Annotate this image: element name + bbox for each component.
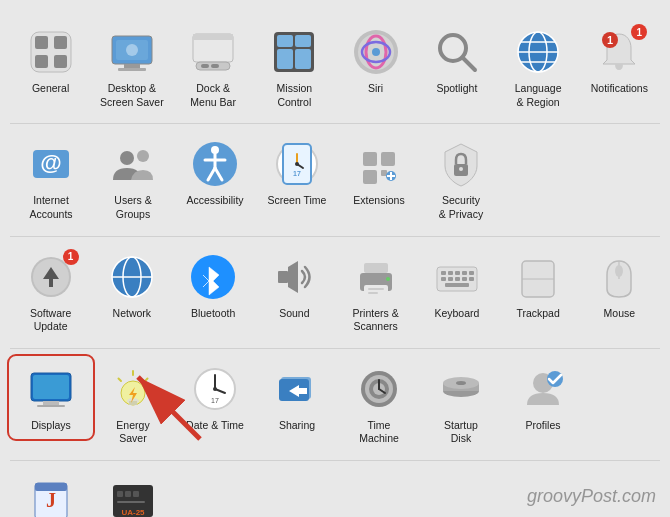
svg-rect-2 [35,55,48,68]
mouse-label: Mouse [604,307,636,321]
pref-item-bluetooth[interactable]: Bluetooth [173,245,254,327]
pref-item-sharing[interactable]: Sharing [256,357,338,439]
keyboard-icon [431,251,483,303]
svg-rect-8 [118,68,146,71]
svg-point-40 [137,150,149,162]
pref-item-notifications[interactable]: 1 1Notifications [579,20,660,102]
pref-item-time-machine[interactable]: TimeMachine [338,357,420,452]
sharing-icon [271,363,323,415]
pref-item-desktop-screen-saver[interactable]: Desktop &Screen Saver [91,20,172,115]
energy-saver-label: EnergySaver [116,419,149,446]
network-label: Network [113,307,152,321]
java-icon: J [25,475,77,517]
pref-item-internet-accounts[interactable]: @ InternetAccounts [10,132,92,227]
pref-item-trackpad[interactable]: Trackpad [498,245,579,327]
pref-item-startup-disk[interactable]: StartupDisk [420,357,502,452]
siri-icon [350,26,402,78]
pref-item-security-privacy[interactable]: Security& Privacy [420,132,502,227]
pref-item-date-time[interactable]: 17 Date & Time [174,357,256,439]
svg-point-39 [120,151,134,165]
desktop-screen-saver-icon [106,26,158,78]
svg-point-91 [615,265,623,277]
internet-accounts-icon: @ [25,138,77,190]
svg-rect-1 [35,36,48,49]
svg-rect-21 [295,49,311,69]
spotlight-label: Spotlight [436,82,477,96]
pref-item-ua-25[interactable]: UA-25 UA-25 [92,469,174,517]
pref-item-network[interactable]: Network [91,245,172,327]
screen-time-label: Screen Time [268,194,327,208]
svg-rect-87 [445,283,469,287]
sound-icon [268,251,320,303]
pref-item-mouse[interactable]: Mouse [579,245,660,327]
svg-rect-53 [363,152,377,166]
svg-point-61 [459,167,463,171]
svg-point-75 [386,277,390,281]
svg-rect-7 [124,64,140,68]
svg-rect-98 [129,401,137,405]
svg-rect-10 [116,40,148,60]
pref-item-accessibility[interactable]: Accessibility [174,132,256,214]
pref-item-mission-control[interactable]: MissionControl [254,20,335,115]
security-privacy-label: Security& Privacy [439,194,483,221]
svg-rect-80 [462,271,467,275]
svg-rect-82 [441,277,446,281]
accessibility-label: Accessibility [186,194,243,208]
svg-rect-83 [448,277,453,281]
pref-item-displays[interactable]: Displays [10,357,92,439]
svg-rect-69 [278,271,288,283]
screen-time-icon: 17 [271,138,323,190]
svg-rect-85 [462,277,467,281]
pref-item-profiles[interactable]: Profiles [502,357,584,439]
svg-rect-84 [455,277,460,281]
startup-disk-label: StartupDisk [444,419,478,446]
software-update-badge: 1 [63,249,79,265]
bluetooth-icon [187,251,239,303]
general-icon [25,26,77,78]
pref-item-java[interactable]: J Java [10,469,92,517]
svg-rect-4 [54,55,67,68]
printers-scanners-icon [350,251,402,303]
software-update-icon: 1 [25,251,77,303]
displays-label: Displays [31,419,71,433]
pref-item-spotlight[interactable]: Spotlight [416,20,497,102]
svg-rect-15 [201,64,209,68]
pref-item-software-update[interactable]: 1SoftwareUpdate [10,245,91,340]
svg-rect-55 [363,170,377,184]
svg-point-26 [372,48,380,56]
pref-item-language-region[interactable]: Language& Region [498,20,579,115]
pref-item-energy-saver[interactable]: EnergySaver [92,357,174,452]
pref-item-extensions[interactable]: Extensions [338,132,420,214]
time-machine-label: TimeMachine [359,419,399,446]
extensions-icon [353,138,405,190]
pref-item-general[interactable]: General [10,20,91,102]
svg-rect-86 [469,277,474,281]
energy-saver-icon [107,363,159,415]
network-icon [106,251,158,303]
dock-menu-bar-icon [187,26,239,78]
extensions-label: Extensions [353,194,404,208]
svg-rect-16 [211,64,219,68]
pref-item-keyboard[interactable]: Keyboard [416,245,497,327]
svg-rect-122 [117,491,123,497]
profiles-icon [517,363,569,415]
time-machine-icon [353,363,405,415]
pref-item-users-groups[interactable]: Users &Groups [92,132,174,227]
pref-item-screen-time[interactable]: 17 Screen Time [256,132,338,214]
preference-row: 1SoftwareUpdate Network Bluetooth Sound … [10,237,660,349]
preference-row: @ InternetAccounts Users &Groups Accessi… [10,124,660,236]
pref-item-sound[interactable]: Sound [254,245,335,327]
siri-label: Siri [368,82,383,96]
users-groups-label: Users &Groups [114,194,151,221]
pref-item-siri[interactable]: Siri [335,20,416,102]
preference-row: General Desktop &Screen Saver Dock &Menu… [10,12,660,124]
users-groups-icon [107,138,159,190]
keyboard-label: Keyboard [434,307,479,321]
pref-item-printers-scanners[interactable]: Printers &Scanners [335,245,416,340]
bluetooth-label: Bluetooth [191,307,235,321]
dock-menu-bar-label: Dock &Menu Bar [190,82,236,109]
notifications-label: Notifications [591,82,648,96]
svg-rect-18 [277,35,293,47]
pref-item-dock-menu-bar[interactable]: Dock &Menu Bar [173,20,254,115]
svg-rect-79 [455,271,460,275]
